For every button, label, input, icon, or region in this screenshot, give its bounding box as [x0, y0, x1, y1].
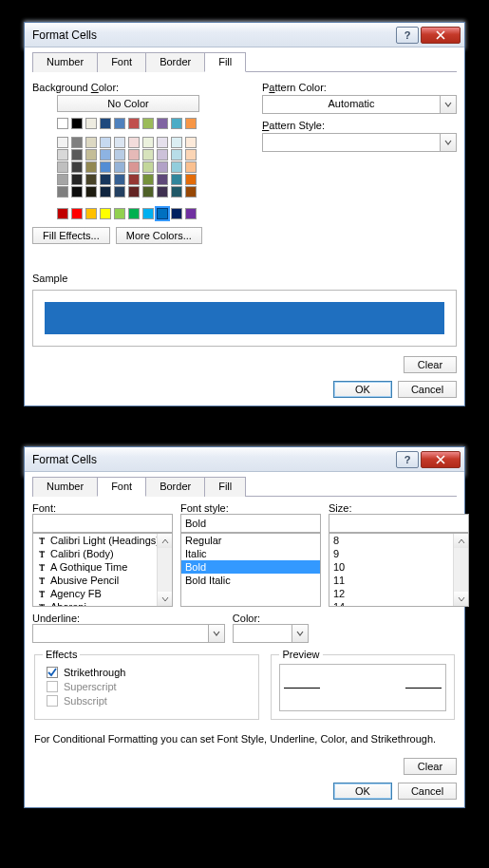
tab-number[interactable]: Number: [32, 52, 98, 72]
scroll-down-icon[interactable]: [158, 592, 172, 606]
color-swatch[interactable]: [185, 118, 197, 129]
color-swatch[interactable]: [171, 186, 182, 198]
color-swatch[interactable]: [128, 161, 140, 173]
help-button[interactable]: ?: [396, 27, 419, 44]
color-swatch[interactable]: [128, 208, 140, 219]
color-swatch[interactable]: [85, 149, 97, 160]
color-swatch[interactable]: [128, 186, 140, 198]
tab-fill[interactable]: Fill: [204, 52, 246, 72]
color-swatch[interactable]: [157, 161, 168, 173]
list-item[interactable]: Bold Italic: [181, 574, 320, 587]
color-swatch[interactable]: [71, 208, 83, 219]
scroll-down-icon[interactable]: [454, 592, 468, 606]
color-dropdown[interactable]: [233, 624, 309, 643]
color-swatch[interactable]: [85, 186, 97, 198]
color-swatch[interactable]: [100, 137, 111, 148]
color-swatch[interactable]: [114, 186, 125, 198]
scrollbar[interactable]: [157, 534, 172, 606]
color-swatch[interactable]: [142, 174, 154, 185]
color-swatch[interactable]: [142, 118, 154, 129]
list-item[interactable]: A Gothique Time: [33, 560, 172, 574]
pattern-style-dropdown[interactable]: [262, 133, 457, 152]
help-button[interactable]: ?: [396, 451, 419, 468]
color-swatch[interactable]: [171, 174, 182, 185]
list-item[interactable]: Aharoni: [33, 600, 172, 607]
cancel-button[interactable]: Cancel: [398, 783, 457, 800]
tab-border[interactable]: Border: [145, 477, 205, 497]
color-swatch[interactable]: [85, 174, 97, 185]
color-swatch[interactable]: [157, 137, 168, 148]
no-color-button[interactable]: No Color: [57, 95, 199, 112]
color-swatch[interactable]: [85, 208, 97, 219]
fill-effects-button[interactable]: Fill Effects...: [32, 227, 110, 244]
tab-number[interactable]: Number: [32, 477, 98, 497]
titlebar[interactable]: Format Cells ?: [25, 23, 464, 47]
pattern-color-dropdown[interactable]: Automatic: [262, 95, 457, 114]
color-swatch[interactable]: [85, 118, 97, 129]
color-swatch[interactable]: [171, 137, 182, 148]
color-swatch[interactable]: [100, 149, 111, 160]
color-swatch[interactable]: [185, 174, 197, 185]
tab-font[interactable]: Font: [97, 52, 146, 72]
color-swatch[interactable]: [100, 174, 111, 185]
color-swatch[interactable]: [57, 161, 68, 173]
color-swatch[interactable]: [114, 149, 125, 160]
color-swatch[interactable]: [157, 174, 168, 185]
list-item[interactable]: 14: [329, 600, 468, 607]
color-swatch[interactable]: [71, 137, 83, 148]
scrollbar[interactable]: [453, 534, 468, 606]
color-swatch[interactable]: [185, 137, 197, 148]
color-swatch[interactable]: [171, 208, 182, 219]
list-item[interactable]: Italic: [181, 547, 320, 560]
underline-dropdown[interactable]: [32, 624, 225, 643]
color-swatch[interactable]: [114, 161, 125, 173]
color-swatch[interactable]: [100, 118, 111, 129]
list-item[interactable]: 9: [329, 547, 468, 560]
color-swatch[interactable]: [71, 186, 83, 198]
ok-button[interactable]: OK: [333, 381, 392, 398]
font-style-listbox[interactable]: RegularItalicBoldBold Italic: [180, 533, 321, 607]
color-swatch[interactable]: [185, 161, 197, 173]
close-button[interactable]: [421, 27, 461, 44]
list-item[interactable]: Abusive Pencil: [33, 574, 172, 587]
list-item[interactable]: 12: [329, 587, 468, 600]
color-swatch[interactable]: [157, 149, 168, 160]
color-swatch[interactable]: [157, 186, 168, 198]
color-swatch[interactable]: [128, 174, 140, 185]
color-swatch[interactable]: [128, 118, 140, 129]
list-item[interactable]: Bold: [181, 560, 320, 574]
color-swatch[interactable]: [57, 149, 68, 160]
color-swatch[interactable]: [85, 137, 97, 148]
list-item[interactable]: 8: [329, 534, 468, 547]
tab-fill[interactable]: Fill: [204, 477, 246, 497]
color-swatch[interactable]: [57, 208, 68, 219]
color-swatch[interactable]: [100, 161, 111, 173]
color-swatch[interactable]: [114, 208, 125, 219]
color-swatch[interactable]: [142, 149, 154, 160]
color-swatch[interactable]: [85, 161, 97, 173]
size-input[interactable]: [329, 514, 469, 533]
more-colors-button[interactable]: More Colors...: [116, 227, 202, 244]
strikethrough-checkbox[interactable]: Strikethrough: [47, 667, 247, 678]
color-swatch[interactable]: [128, 137, 140, 148]
color-swatch[interactable]: [57, 118, 68, 129]
color-swatch[interactable]: [185, 186, 197, 198]
color-swatch[interactable]: [71, 161, 83, 173]
color-swatch[interactable]: [185, 208, 197, 219]
list-item[interactable]: 11: [329, 574, 468, 587]
clear-button[interactable]: Clear: [404, 758, 457, 775]
color-swatch[interactable]: [171, 161, 182, 173]
color-swatch[interactable]: [157, 208, 168, 219]
color-swatch[interactable]: [114, 118, 125, 129]
list-item[interactable]: Calibri Light (Headings): [33, 534, 172, 547]
font-listbox[interactable]: Calibri Light (Headings)Calibri (Body)A …: [32, 533, 173, 607]
color-swatch[interactable]: [100, 186, 111, 198]
list-item[interactable]: Regular: [181, 534, 320, 547]
ok-button[interactable]: OK: [333, 783, 392, 800]
color-swatch[interactable]: [114, 174, 125, 185]
cancel-button[interactable]: Cancel: [398, 381, 457, 398]
scroll-up-icon[interactable]: [158, 534, 172, 548]
tab-font[interactable]: Font: [97, 477, 146, 497]
color-swatch[interactable]: [128, 149, 140, 160]
list-item[interactable]: Calibri (Body): [33, 547, 172, 560]
